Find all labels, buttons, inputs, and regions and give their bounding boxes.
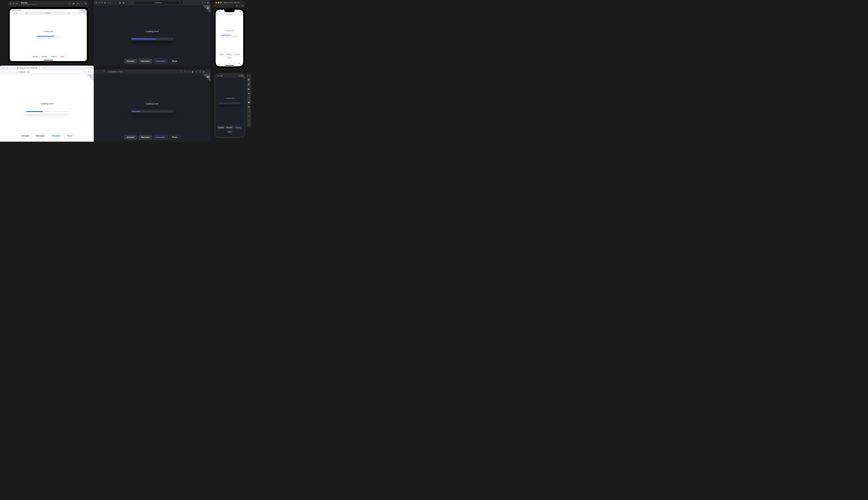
decrease-button[interactable]: Decrease	[40, 55, 49, 58]
volume-up-icon[interactable]: 🔊	[248, 83, 250, 86]
url-field[interactable]: aA localhost ↻	[217, 13, 242, 16]
bookmark-icon[interactable]: ☆	[188, 71, 190, 73]
back-icon[interactable]: ‹	[110, 2, 111, 4]
home-indicator[interactable]	[225, 65, 234, 66]
zoom-icon[interactable]	[16, 3, 18, 4]
minimize-icon[interactable]	[218, 2, 219, 3]
decrease-button[interactable]: Decrease	[139, 135, 152, 139]
forward-icon[interactable]: →	[5, 71, 7, 73]
rotate-left-icon[interactable]: ◈	[248, 92, 250, 94]
rotate-icon[interactable]: ⟳	[85, 2, 87, 5]
minimize-icon[interactable]	[98, 2, 100, 3]
screenshot-icon[interactable]: ⧉	[236, 5, 237, 7]
back-icon[interactable]: ‹	[11, 12, 12, 14]
decrease-button[interactable]: Decrease	[226, 53, 233, 56]
devtools-flag-icon[interactable]	[87, 74, 94, 82]
new-tab-icon[interactable]: +	[44, 67, 45, 69]
share-icon[interactable]: ⇪	[202, 2, 203, 4]
zoom-icon[interactable]	[6, 67, 8, 69]
url-field[interactable]: aA localhost ↻	[24, 12, 71, 14]
close-icon[interactable]: ✕ —	[247, 75, 251, 76]
decrease-button[interactable]: Decrease	[226, 126, 233, 129]
browser-tab[interactable]: ◆ Progress | GUI Challenges ✕	[16, 66, 42, 70]
share-icon[interactable]: ⇪	[78, 12, 80, 14]
refresh-icon[interactable]: ↻	[69, 12, 70, 14]
close-icon[interactable]	[216, 2, 217, 3]
theme-icon[interactable]: ◑	[123, 2, 124, 4]
reader-icon[interactable]: aA	[218, 14, 219, 15]
url-field[interactable]: ⓘ localhost:3000	[107, 70, 123, 73]
url-field[interactable]: ◇ ▢ localhost:3000 ☆	[12, 70, 82, 73]
reset-button[interactable]: Reset	[169, 59, 180, 64]
new-tab-icon[interactable]: +	[205, 2, 206, 4]
power-icon[interactable]: ⏻	[248, 79, 250, 81]
extensions-icon[interactable]: ✦	[195, 71, 197, 73]
reading-list-icon[interactable]: ☰	[199, 71, 201, 73]
shield-icon[interactable]: ◐	[119, 2, 121, 4]
refresh-icon[interactable]: ↻	[9, 71, 11, 73]
share-icon[interactable]: ⇪	[228, 62, 229, 65]
increase-button[interactable]: Increase	[218, 53, 225, 56]
forward-icon[interactable]: →	[100, 71, 101, 73]
chevron-down-icon[interactable]: ⌄	[107, 2, 109, 4]
reset-button[interactable]: Reset	[59, 55, 66, 58]
rotate-right-icon[interactable]: ◇	[248, 96, 250, 99]
complete-button[interactable]: Complete	[233, 53, 240, 56]
zoom-icon[interactable]: ⊕	[248, 105, 250, 108]
home-icon[interactable]: ○	[248, 115, 249, 117]
back-icon[interactable]: ←	[95, 71, 98, 73]
pointer-icon[interactable]: ⌖	[69, 2, 70, 5]
home-indicator[interactable]	[44, 60, 53, 60]
complete-button[interactable]: Complete	[49, 55, 58, 58]
increase-button[interactable]: Increase	[124, 59, 137, 64]
close-icon[interactable]	[10, 3, 12, 4]
minimize-icon[interactable]	[4, 67, 5, 69]
overview-icon[interactable]: □	[248, 119, 249, 122]
shield-icon[interactable]: ◇	[14, 71, 15, 73]
complete-button[interactable]: Complete	[49, 133, 63, 138]
camera-icon[interactable]: ▣	[248, 101, 250, 103]
devtools-flag-icon[interactable]	[203, 74, 210, 82]
reset-button[interactable]: Reset	[227, 130, 233, 133]
refresh-icon[interactable]: ↻	[179, 2, 181, 3]
reset-button[interactable]: Reset	[169, 135, 180, 139]
complete-button[interactable]: Complete	[154, 135, 168, 139]
back-icon[interactable]: ◁	[248, 110, 250, 113]
refresh-icon[interactable]: ↻	[103, 71, 105, 73]
back-icon[interactable]: ‹	[219, 62, 220, 65]
reset-button[interactable]: Reset	[227, 56, 232, 59]
record-icon[interactable]: ⧉	[77, 2, 79, 5]
minimize-icon[interactable]	[13, 3, 14, 4]
forward-icon[interactable]: ›	[224, 62, 224, 65]
devtools-flag-icon[interactable]	[203, 5, 210, 13]
info-icon[interactable]: ⓘ	[107, 70, 109, 73]
sidebar-icon[interactable]: ▥	[104, 2, 106, 4]
bookmarks-icon[interactable]: ▢	[233, 62, 235, 65]
extensions-icon[interactable]: ⚙	[88, 71, 89, 73]
url-field[interactable]: localhost ↻	[135, 1, 182, 4]
rotate-icon[interactable]: ⟳	[242, 5, 243, 7]
decrease-button[interactable]: Decrease	[34, 133, 47, 138]
increase-button[interactable]: Increase	[31, 55, 39, 58]
sidebar-icon[interactable]: ▤	[16, 12, 18, 14]
tabs-icon[interactable]: ⧉	[238, 62, 240, 65]
complete-button[interactable]: Complete	[154, 59, 168, 64]
forward-icon[interactable]: ›	[13, 12, 14, 14]
tab-close-icon[interactable]: ✕	[39, 67, 41, 69]
close-icon[interactable]	[95, 2, 97, 3]
reset-button[interactable]: Reset	[65, 133, 75, 138]
menu-icon[interactable]: ≡	[91, 71, 92, 73]
extension-icon[interactable]: ◉	[192, 71, 193, 73]
more-icon[interactable]: ⋯	[248, 124, 250, 126]
home-icon[interactable]: ⌂	[239, 5, 240, 7]
reader-icon[interactable]: aA	[25, 12, 27, 14]
close-icon[interactable]	[1, 67, 3, 69]
decrease-button[interactable]: Decrease	[139, 59, 152, 64]
screenshot-icon[interactable]: ▣	[72, 2, 75, 5]
menu-icon[interactable]: ⋮	[207, 71, 209, 73]
zoom-icon[interactable]	[220, 2, 222, 3]
lock-icon[interactable]: ▢	[16, 71, 18, 73]
increase-button[interactable]: Increase	[217, 126, 225, 129]
volume-down-icon[interactable]: 🔉	[248, 88, 250, 90]
back-icon[interactable]: ←	[2, 71, 4, 73]
